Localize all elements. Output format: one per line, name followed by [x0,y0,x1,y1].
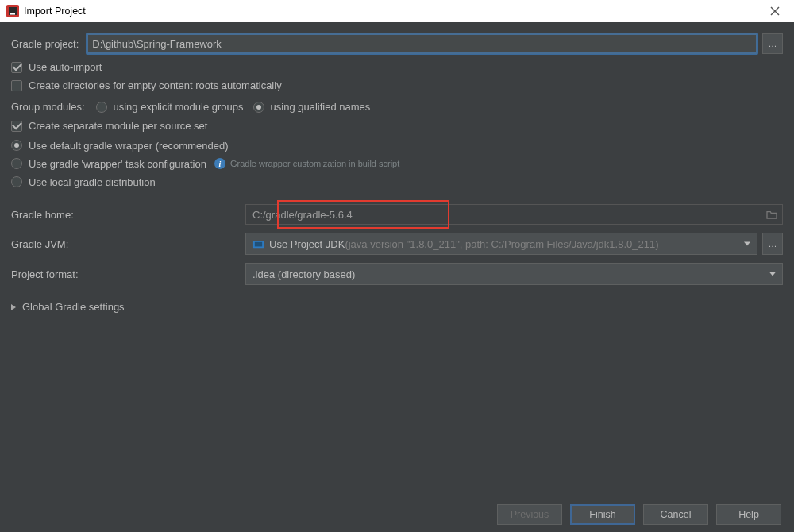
wrapper-task-hint: Gradle wrapper customization in build sc… [230,159,399,168]
create-dirs-option[interactable]: Create directories for empty content roo… [11,79,282,91]
app-icon [6,5,19,17]
folder-icon [766,210,777,219]
gradle-home-value: C:/gradle/gradle-5.6.4 [252,209,353,221]
global-gradle-settings-expander[interactable]: Global Gradle settings [11,301,783,313]
group-modules-label: Group modules: [11,101,85,113]
project-format-label: Project format: [11,268,245,280]
gradle-home-browse-button[interactable] [764,207,780,222]
gradle-jvm-label: Gradle JVM: [11,238,245,250]
gradle-project-browse-button[interactable]: … [762,33,783,54]
window-titlebar: Import Project [0,0,794,22]
group-explicit-radio[interactable] [96,102,107,113]
auto-import-checkbox[interactable] [11,62,22,73]
info-icon: i [214,158,225,169]
create-dirs-label: Create directories for empty content roo… [29,79,282,91]
auto-import-label: Use auto-import [29,61,102,73]
group-qualified-label: using qualified names [271,101,371,113]
gradle-jvm-browse-button[interactable]: … [762,233,783,255]
svg-rect-2 [10,13,15,15]
svg-rect-6 [255,242,262,247]
project-format-value: .idea (directory based) [252,268,355,280]
wrapper-task-label: Use gradle 'wrapper' task configuration [29,158,206,170]
expand-icon [11,304,16,310]
help-button[interactable]: Help [716,504,781,525]
group-explicit-label: using explicit module groups [114,101,244,113]
chevron-down-icon [744,242,750,246]
cancel-button[interactable]: Cancel [643,504,708,525]
separate-module-label: Create separate module per source set [29,120,207,132]
create-dirs-checkbox[interactable] [11,80,22,91]
gradle-project-input[interactable] [87,33,757,54]
chevron-down-icon [769,272,776,276]
gradle-home-input[interactable]: C:/gradle/gradle-5.6.4 [245,204,783,225]
auto-import-option[interactable]: Use auto-import [11,61,102,73]
default-wrapper-label: Use default gradle wrapper (recommended) [29,140,228,152]
separate-module-option[interactable]: Create separate module per source set [11,120,207,132]
jdk-icon [252,239,264,249]
window-close-button[interactable] [756,0,794,22]
group-qualified-radio[interactable] [253,102,264,113]
default-wrapper-radio[interactable] [11,140,22,151]
default-wrapper-option[interactable]: Use default gradle wrapper (recommended) [11,140,228,152]
close-icon [770,6,780,16]
gradle-jvm-detail: (java version "1.8.0_211", path: C:/Prog… [345,238,658,250]
gradle-project-label: Gradle project: [11,38,79,50]
gradle-jvm-combo[interactable]: Use Project JDK (java version "1.8.0_211… [245,233,757,255]
separate-module-checkbox[interactable] [11,121,22,132]
wrapper-task-radio[interactable] [11,158,22,169]
finish-button[interactable]: Finish [570,504,635,525]
window-title: Import Project [24,6,756,17]
local-dist-option[interactable]: Use local gradle distribution [11,176,156,188]
dialog-body: Gradle project: … Use auto-import Create… [0,22,794,497]
previous-button[interactable]: Previous [497,504,562,525]
local-dist-label: Use local gradle distribution [29,176,156,188]
global-gradle-settings-label: Global Gradle settings [22,301,125,313]
dialog-footer: Previous Finish Cancel Help [0,497,794,532]
gradle-jvm-value: Use Project JDK [269,238,345,250]
gradle-home-label: Gradle home: [11,209,245,221]
project-format-combo[interactable]: .idea (directory based) [245,263,783,285]
wrapper-task-option[interactable]: Use gradle 'wrapper' task configuration … [11,158,399,170]
local-dist-radio[interactable] [11,176,22,187]
